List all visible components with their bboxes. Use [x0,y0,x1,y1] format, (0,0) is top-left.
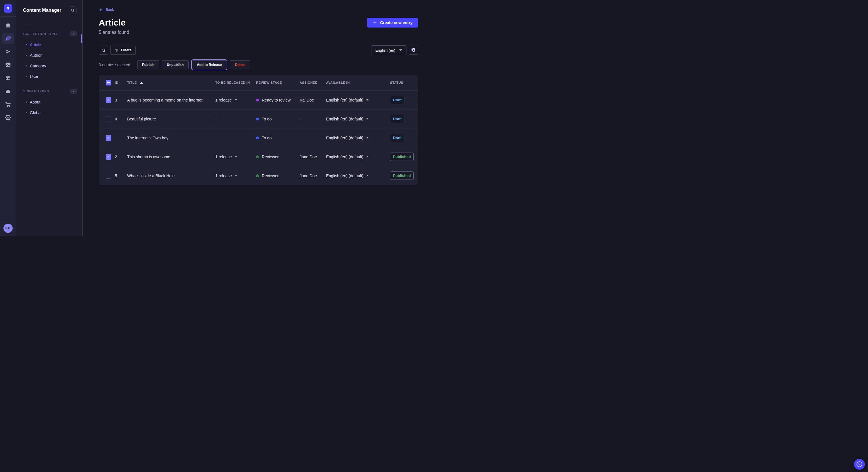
stage-dot-icon [256,99,259,102]
table-row[interactable]: ✓ 1 The internet's Own boy - To do - Eng… [99,128,418,147]
locale-value: English (en) (default) [326,136,363,140]
table-search-button[interactable] [99,45,108,55]
sidebar-item-category[interactable]: Category [16,61,82,71]
column-header-id[interactable]: ID [115,81,127,84]
table-row[interactable]: ✓ 2 This shrimp is awesome 1 release Rev… [99,147,418,166]
table-row[interactable]: 4 Beautiful picture - To do - English (e… [99,109,418,128]
cart-icon[interactable] [2,99,14,110]
view-settings-button[interactable] [409,45,418,55]
cell-id: 4 [115,117,127,121]
column-header-status[interactable]: STATUS [390,81,418,84]
gear-icon [411,48,415,53]
content-manager-feather-icon[interactable] [2,33,14,44]
column-header-assignee[interactable]: ASSIGNEE [300,81,326,84]
delete-button[interactable]: Delete [230,60,250,69]
locale-value: English (en) (default) [326,155,363,159]
bullet-icon [26,55,27,56]
cloud-icon[interactable] [2,86,14,97]
cell-available-in[interactable]: English (en) (default) [326,155,390,159]
row-checkbox[interactable] [105,173,112,179]
create-new-entry-button[interactable]: Create new entry [367,18,418,28]
back-link[interactable]: Back [99,7,114,12]
row-checkbox[interactable]: ✓ [105,97,112,103]
cell-available-in[interactable]: English (en) (default) [326,98,390,102]
main-content: Back Article Create new entry 5 entries … [83,0,434,236]
bullet-icon [26,112,27,113]
cell-review-stage: Ready to review [256,98,300,102]
chevron-down-icon [399,49,402,51]
column-header-to-be-released-in[interactable]: TO BE RELEASED IN [215,81,256,84]
unpublish-button[interactable]: Unpublish [162,60,189,69]
cell-released-in[interactable]: 1 release [215,155,256,159]
layout-builder-icon[interactable] [2,72,14,84]
sidebar-item-label: User [30,74,38,79]
cell-assignee: - [300,117,326,121]
locale-value: English (en) (default) [326,117,363,121]
content-manager-sidebar: Content Manager COLLECTION TYPES 4 Artic… [16,0,83,236]
release-count: - [215,117,217,121]
search-icon [101,48,105,53]
locale-select[interactable]: English (en) [371,45,406,55]
sidebar-item-user[interactable]: User [16,71,82,82]
stage-dot-icon [256,136,259,139]
column-header-title-label: TITLE [127,81,137,84]
table-header-row: ID TITLE TO BE RELEASED IN REVIEW STAGE … [99,75,418,90]
logo-area [0,0,16,16]
chevron-down-icon [235,156,237,158]
sidebar-item-author[interactable]: Author [16,50,82,61]
user-avatar[interactable]: KD [3,224,12,233]
sidebar-item-article[interactable]: Article [16,39,82,50]
sidebar-item-about[interactable]: About [16,97,82,107]
filter-icon [115,48,119,53]
paper-plane-icon[interactable] [2,46,14,57]
column-header-available-in[interactable]: AVAILABLE IN [326,81,390,84]
home-icon[interactable] [2,20,14,31]
sidebar-search-button[interactable] [69,6,76,14]
add-to-release-button[interactable]: Add to Release [192,60,227,69]
sidebar-item-label: Category [30,64,46,68]
media-images-icon[interactable] [2,59,14,71]
table-row[interactable]: 5 What's inside a Black Hole 1 release R… [99,166,418,185]
publish-button[interactable]: Publish [137,60,159,69]
sidebar-item-global[interactable]: Global [16,107,82,118]
stage-dot-icon [256,156,259,158]
row-checkbox[interactable] [105,116,112,122]
sidebar-item-label: Global [30,110,41,115]
cell-title: What's inside a Black Hole [127,173,215,178]
column-header-title[interactable]: TITLE [127,81,215,84]
cell-id: 3 [115,98,127,102]
stage-dot-icon [256,117,259,121]
arrow-left-icon [99,7,103,12]
select-all-checkbox[interactable] [105,80,112,86]
cell-available-in[interactable]: English (en) (default) [326,136,390,140]
plus-icon [373,20,377,25]
stage-dot-icon [256,174,259,177]
row-checkbox[interactable]: ✓ [105,135,112,141]
chevron-down-icon [366,118,369,120]
filters-button[interactable]: Filters [110,45,136,55]
cell-released-in[interactable]: 1 release [215,98,256,102]
release-count: 1 release [215,173,232,178]
row-checkbox[interactable]: ✓ [105,154,112,160]
cell-title: Beautiful picture [127,117,215,121]
bullet-icon [26,65,27,67]
chevron-down-icon [366,156,369,158]
cell-available-in[interactable]: English (en) (default) [326,173,390,178]
column-header-review-stage[interactable]: REVIEW STAGE [256,81,300,84]
status-badge: Draft [390,96,404,104]
gear-icon[interactable] [2,112,14,123]
stage-label: To do [262,117,272,121]
strapi-logo[interactable] [4,4,12,12]
chevron-down-icon [366,137,369,138]
cell-id: 2 [115,155,127,159]
status-badge: Draft [390,115,404,123]
status-badge: Published [390,171,414,180]
collection-types-label: COLLECTION TYPES [23,32,59,36]
cell-released-in[interactable]: 1 release [215,173,256,178]
table-row[interactable]: ✓ 3 A bug is becoming a meme on the inte… [99,90,418,109]
cell-assignee: - [300,136,326,140]
cell-title: This shrimp is awesome [127,155,215,159]
cell-title: The internet's Own boy [127,136,215,140]
sidebar-scrollbar-thumb[interactable] [81,34,82,43]
cell-available-in[interactable]: English (en) (default) [326,117,390,121]
